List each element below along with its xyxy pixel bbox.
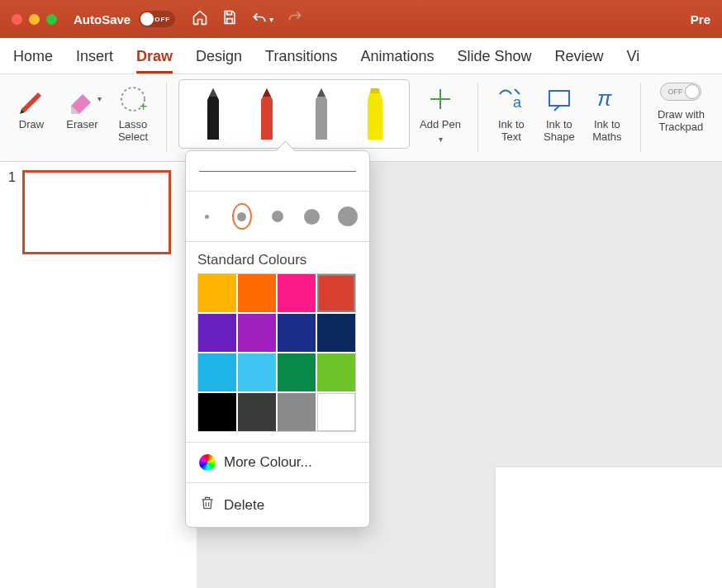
titlebar: AutoSave OFF ▾ Pre: [0, 0, 722, 38]
inktext-label: Ink to Text: [498, 119, 525, 144]
tab-home[interactable]: Home: [13, 48, 53, 74]
inkshape-label: Ink to Shape: [544, 119, 575, 144]
color-swatches: [197, 273, 356, 432]
color-section: Standard Colours: [186, 242, 369, 442]
svg-text:+: +: [140, 99, 147, 113]
add-pen-button[interactable]: Add Pen▾: [415, 79, 466, 147]
draw-trackpad-toggle[interactable]: OFF Draw with Trackpad: [653, 79, 710, 137]
color-swatch[interactable]: [238, 353, 276, 391]
delete-label: Delete: [224, 497, 264, 514]
svg-marker-5: [263, 88, 271, 97]
eraser-label: Eraser: [66, 119, 97, 131]
pi-icon: π: [591, 83, 624, 116]
zoom-window-icon[interactable]: [46, 14, 57, 25]
svg-text:a: a: [513, 94, 522, 111]
stroke-preview: [186, 151, 369, 191]
autosave-state: OFF: [154, 16, 170, 23]
ink-text-icon: a: [495, 83, 528, 116]
slide-thumbnail-1[interactable]: [22, 170, 171, 254]
window-controls: [12, 14, 57, 25]
save-icon[interactable]: [221, 9, 238, 29]
size-m[interactable]: [268, 203, 287, 230]
color-swatch[interactable]: [198, 353, 236, 391]
close-window-icon[interactable]: [12, 14, 22, 25]
inkmath-label: Ink to Maths: [592, 119, 621, 144]
color-swatch[interactable]: [278, 393, 316, 431]
pen-red[interactable]: [252, 87, 282, 140]
tab-review[interactable]: Review: [555, 48, 604, 74]
color-swatch[interactable]: [317, 274, 355, 312]
pencil-icon: [15, 83, 48, 116]
color-swatch[interactable]: [278, 314, 316, 352]
tab-insert[interactable]: Insert: [76, 48, 113, 74]
ribbon-tabs: Home Insert Draw Design Transitions Anim…: [0, 38, 722, 74]
redo-icon: [287, 9, 303, 29]
document-title: Pre: [691, 12, 710, 26]
ink-to-math-button[interactable]: π Ink to Maths: [586, 79, 629, 147]
tab-transitions[interactable]: Transitions: [265, 48, 337, 74]
pen-pencil[interactable]: [306, 87, 336, 140]
color-swatch[interactable]: [198, 314, 236, 352]
addpen-label: Add Pen: [420, 119, 461, 131]
more-colors-button[interactable]: More Colour...: [186, 443, 369, 482]
home-icon[interactable]: [192, 9, 208, 29]
size-s[interactable]: [232, 203, 251, 230]
slide-number: 1: [8, 170, 16, 185]
lasso-label: Lasso Select: [118, 119, 148, 144]
lasso-button[interactable]: + Lasso Select: [112, 79, 154, 147]
svg-marker-7: [317, 88, 325, 97]
pen-gallery[interactable]: [178, 79, 410, 149]
tab-view[interactable]: Vi: [627, 48, 640, 74]
color-swatch[interactable]: [238, 314, 276, 352]
color-swatch[interactable]: [317, 393, 355, 431]
slide-canvas[interactable]: [496, 467, 722, 588]
more-colors-label: More Colour...: [224, 454, 312, 471]
colors-label: Standard Colours: [197, 252, 358, 268]
color-swatch[interactable]: [317, 314, 355, 352]
color-swatch[interactable]: [238, 274, 276, 312]
svg-marker-3: [209, 88, 217, 97]
minimize-window-icon[interactable]: [29, 14, 40, 25]
color-swatch[interactable]: [198, 393, 236, 431]
trackpad-label: Draw with Trackpad: [658, 109, 705, 134]
size-xs[interactable]: [197, 203, 216, 230]
svg-rect-8: [368, 100, 382, 140]
quick-access-toolbar: ▾: [192, 9, 303, 29]
color-swatch[interactable]: [238, 393, 276, 431]
delete-pen-button[interactable]: Delete: [186, 483, 369, 527]
lasso-icon: +: [116, 83, 150, 116]
draw-label: Draw: [19, 119, 44, 131]
svg-rect-12: [549, 91, 569, 106]
pen-black[interactable]: [198, 87, 228, 140]
draw-button[interactable]: Draw: [10, 79, 53, 135]
ink-shape-icon: [543, 83, 576, 116]
ink-to-text-button[interactable]: a Ink to Text: [490, 79, 533, 147]
tab-draw[interactable]: Draw: [136, 48, 173, 74]
color-swatch[interactable]: [198, 274, 236, 312]
undo-icon[interactable]: ▾: [251, 11, 273, 27]
autosave-label: AutoSave: [74, 12, 131, 26]
svg-text:π: π: [597, 86, 612, 111]
ink-to-shape-button[interactable]: Ink to Shape: [538, 79, 581, 147]
color-wheel-icon: [199, 454, 216, 471]
tab-design[interactable]: Design: [196, 48, 242, 74]
pen-highlighter[interactable]: [360, 87, 390, 140]
trash-icon: [199, 495, 216, 515]
autosave-control[interactable]: AutoSave OFF: [74, 11, 175, 27]
color-swatch[interactable]: [278, 274, 316, 312]
size-xl[interactable]: [338, 203, 358, 230]
slide-thumbnails: 1: [0, 162, 197, 588]
tab-animations[interactable]: Animations: [360, 48, 434, 74]
stroke-sizes: [186, 192, 369, 241]
color-swatch[interactable]: [317, 353, 355, 391]
svg-rect-10: [371, 88, 379, 93]
ribbon: Draw ▾ Eraser + Lasso Select Add Pen▾ a …: [0, 74, 722, 162]
size-l[interactable]: [303, 203, 321, 230]
eraser-button[interactable]: ▾ Eraser: [58, 79, 107, 135]
autosave-switch[interactable]: OFF: [139, 11, 175, 27]
tab-slideshow[interactable]: Slide Show: [458, 48, 532, 74]
trackpad-switch[interactable]: OFF: [660, 83, 701, 101]
color-swatch[interactable]: [278, 353, 316, 391]
eraser-icon: [63, 83, 96, 116]
plus-icon: [424, 83, 457, 116]
